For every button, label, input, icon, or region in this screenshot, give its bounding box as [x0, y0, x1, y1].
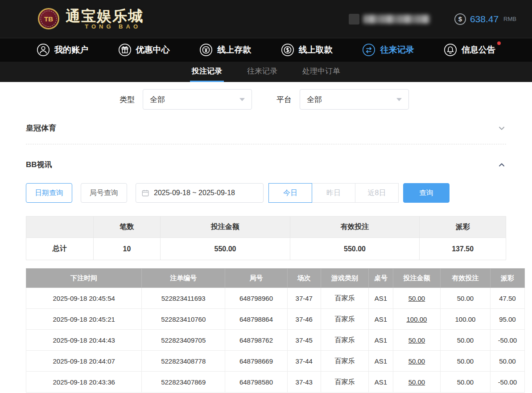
bet-amount-link[interactable]: 50.00 [393, 351, 440, 372]
section-divider [26, 144, 506, 144]
brand-subtitle: TONG BAO [66, 23, 144, 30]
platform-select[interactable]: 全部 [300, 89, 409, 110]
nav-item-withdraw[interactable]: 线上取款 [281, 43, 333, 57]
summary-total-valid-bet: 550.00 [290, 238, 420, 260]
cell-bet-id: 522823407869 [142, 372, 225, 393]
table-row: 2025-09-18 20:44:43 522823409705 6487987… [26, 330, 525, 351]
cell-session: 37-44 [287, 351, 321, 372]
summary-total-payout: 137.50 [420, 238, 506, 260]
type-filter-label: 类型 [120, 94, 135, 105]
tab-transaction-records[interactable]: 往来记录 [245, 61, 279, 82]
logo-text: 通宝娱乐城 TONG BAO [66, 8, 144, 30]
cell-session: 37-46 [287, 309, 321, 330]
quick-range-group: 今日 昨日 近8日 [269, 183, 399, 203]
cell-bet-id: 522823410760 [142, 309, 225, 330]
col-bet-id: 注单编号 [142, 269, 225, 288]
logo[interactable]: TB 通宝娱乐城 TONG BAO [38, 8, 144, 30]
cell-bet-id: 522823409705 [142, 330, 225, 351]
user-avatar[interactable] [349, 14, 359, 25]
cell-valid-bet: 100.00 [441, 309, 491, 330]
cell-valid-bet: 50.00 [441, 288, 491, 309]
today-button[interactable]: 今日 [268, 183, 312, 203]
username-redacted[interactable] [363, 15, 430, 24]
date-query-button[interactable]: 日期查询 [26, 183, 72, 203]
cell-valid-bet: 50.00 [441, 372, 491, 393]
cell-round: 648798580 [225, 372, 288, 393]
date-range-input[interactable]: 2025-09-18 ~ 2025-09-18 [136, 183, 264, 203]
col-game: 游戏类别 [321, 269, 368, 288]
section-bb-video[interactable]: BB视讯 [26, 160, 506, 170]
nav-label: 我的账户 [54, 44, 88, 56]
nav-label: 线上存款 [217, 44, 251, 56]
balance-amount: 638.47 [470, 14, 499, 25]
summary-header-blank [26, 217, 94, 238]
cell-time: 2025-09-18 20:43:36 [26, 372, 142, 393]
cell-table: AS1 [369, 372, 393, 393]
top-bar: TB 通宝娱乐城 TONG BAO $ 638.47 RMB [0, 0, 532, 38]
cell-time: 2025-09-18 20:45:21 [26, 309, 142, 330]
main-nav: 我的账户 优惠中心 线上存款 [0, 38, 532, 61]
cell-session: 37-47 [287, 288, 321, 309]
nav-item-my-account[interactable]: 我的账户 [37, 43, 88, 57]
tab-betting-records[interactable]: 投注记录 [190, 61, 224, 82]
table-row: 2025-09-18 20:45:54 522823411693 6487989… [26, 288, 525, 309]
transfer-arrows-icon [362, 43, 375, 57]
nav-item-announcements[interactable]: 信息公告 [444, 43, 495, 57]
query-bar: 日期查询 局号查询 2025-09-18 ~ 2025-09-18 今日 昨日 … [26, 183, 506, 203]
balance-currency: RMB [503, 16, 516, 22]
balance: $ 638.47 RMB [454, 13, 516, 25]
cell-game: 百家乐 [321, 309, 368, 330]
bet-amount-link[interactable]: 50.00 [393, 372, 440, 393]
table-row: 2025-09-18 20:43:36 522823407869 6487985… [26, 372, 525, 393]
cell-payout: -50.00 [490, 330, 524, 351]
type-select[interactable]: 全部 [143, 89, 252, 110]
nav-label: 往来记录 [380, 44, 414, 56]
last-8-days-button[interactable]: 近8日 [355, 183, 399, 203]
summary-header-valid-bet: 有效投注 [290, 217, 420, 238]
summary-total-bet-amount: 550.00 [161, 238, 290, 260]
cell-table: AS1 [369, 330, 393, 351]
bet-amount-link[interactable]: 50.00 [393, 330, 440, 351]
sub-nav: 投注记录 往来记录 处理中订单 [0, 61, 532, 82]
tab-processing-orders[interactable]: 处理中订单 [301, 61, 342, 82]
cell-table: AS1 [369, 288, 393, 309]
cell-valid-bet: 50.00 [441, 330, 491, 351]
summary-total-row: 总计 10 550.00 550.00 137.50 [26, 238, 506, 260]
nav-item-promotions[interactable]: 优惠中心 [118, 43, 170, 57]
bet-amount-link[interactable]: 50.00 [393, 288, 440, 309]
nav-label: 信息公告 [462, 44, 495, 56]
cell-valid-bet: 50.00 [441, 351, 491, 372]
chevron-down-icon[interactable] [497, 124, 506, 133]
summary-header-payout: 派彩 [420, 217, 506, 238]
cell-time: 2025-09-18 20:44:43 [26, 330, 142, 351]
col-table: 桌号 [369, 269, 393, 288]
cell-game: 百家乐 [321, 330, 368, 351]
yesterday-button[interactable]: 昨日 [312, 183, 355, 203]
cell-game: 百家乐 [321, 351, 368, 372]
nav-item-deposit[interactable]: 线上存款 [199, 43, 251, 57]
cell-payout: 50.00 [490, 351, 524, 372]
section-crown-sports[interactable]: 皇冠体育 [26, 123, 506, 133]
chevron-down-icon [396, 98, 402, 101]
table-row: 2025-09-18 20:44:07 522823408778 6487986… [26, 351, 525, 372]
summary-total-count: 10 [93, 238, 161, 260]
cell-round: 648798669 [225, 351, 288, 372]
chevron-down-icon [239, 98, 245, 101]
date-range-value: 2025-09-18 ~ 2025-09-18 [154, 189, 235, 197]
round-query-button[interactable]: 局号查询 [81, 183, 127, 203]
cell-round: 648798960 [225, 288, 288, 309]
nav-item-transaction-records[interactable]: 往来记录 [362, 43, 414, 57]
cell-game: 百家乐 [321, 288, 368, 309]
gift-icon [118, 43, 132, 57]
col-session: 场次 [287, 269, 321, 288]
search-button[interactable]: 查询 [403, 183, 450, 203]
page: TB 通宝娱乐城 TONG BAO $ 638.47 RMB [0, 0, 532, 393]
cell-round: 648798864 [225, 309, 288, 330]
brand-title: 通宝娱乐城 [66, 8, 144, 24]
chevron-up-icon[interactable] [497, 160, 506, 169]
notification-dot [497, 41, 501, 45]
col-bet-amount: 投注金额 [393, 269, 440, 288]
bet-amount-link[interactable]: 100.00 [393, 309, 440, 330]
cell-round: 648798762 [225, 330, 288, 351]
cell-time: 2025-09-18 20:45:54 [26, 288, 142, 309]
